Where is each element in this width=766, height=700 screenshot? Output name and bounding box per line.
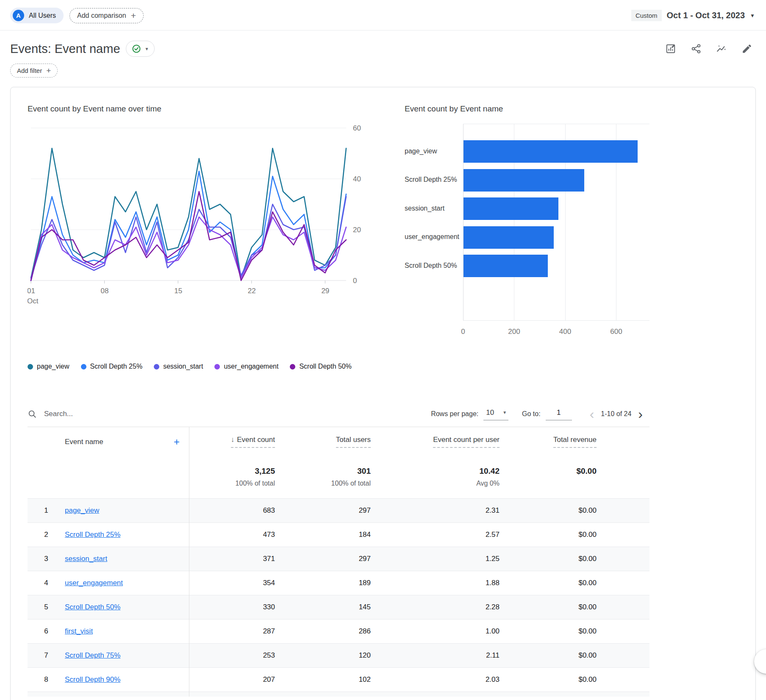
top-bar: A All Users Add comparison + Custom Oct … — [0, 0, 766, 30]
event-name-link[interactable]: Scroll Depth 25% — [65, 531, 120, 539]
customize-report-icon[interactable] — [665, 43, 676, 54]
total-revenue-cell: $0.00 — [500, 531, 597, 539]
bar-category-label: Scroll Depth 25% — [405, 169, 461, 191]
all-users-chip[interactable]: A All Users — [10, 8, 64, 23]
event-name-link[interactable]: user_engagement — [65, 579, 123, 587]
event-name-link[interactable]: Scroll Depth 90% — [65, 675, 120, 683]
check-circle-icon — [132, 44, 141, 53]
column-header-total-revenue[interactable]: Total revenue — [553, 436, 597, 448]
legend-label: Scroll Depth 50% — [299, 363, 352, 370]
legend-item: Scroll Depth 50% — [290, 363, 352, 370]
share-icon[interactable] — [691, 43, 702, 54]
total-revenue-cell: $0.00 — [500, 603, 597, 611]
search-box[interactable] — [28, 409, 431, 419]
legend-label: page_view — [37, 363, 69, 370]
event-count-per-user-cell: 2.31 — [371, 506, 500, 515]
event-count-per-user-cell: 2.57 — [371, 531, 500, 539]
pagination-range: 1-10 of 24 — [601, 410, 631, 418]
edit-icon[interactable] — [741, 43, 752, 54]
svg-text:Oct: Oct — [28, 297, 39, 305]
insights-icon[interactable] — [716, 43, 727, 54]
report-card: Event count by Event name over time 6040… — [10, 87, 756, 700]
add-filter-button[interactable]: Add filter + — [10, 64, 58, 78]
legend-dot-icon — [154, 364, 159, 369]
bar-chart-x-axis: 0200400600 — [463, 321, 649, 341]
row-number: 2 — [28, 531, 65, 539]
legend-item: page_view — [28, 363, 69, 370]
event-name-cell: Scroll Depth 90% — [65, 675, 189, 684]
column-header-event-count[interactable]: ↓ Event count — [231, 436, 275, 448]
column-header-total-users[interactable]: Total users — [336, 436, 371, 448]
bar — [463, 140, 638, 163]
event-name-cell: Scroll Depth 75% — [65, 651, 189, 660]
column-header-event-name[interactable]: Event name — [65, 438, 103, 446]
total-revenue-cell: $0.00 — [500, 675, 597, 684]
goto-page-input[interactable] — [546, 408, 572, 420]
event-count-per-user-cell: 1.25 — [371, 555, 500, 563]
events-table: Event name + ↓ Event count Total users E… — [28, 427, 649, 697]
search-icon — [28, 409, 37, 419]
event-name-link[interactable]: page_view — [65, 506, 99, 514]
table-row: 6first_visit2872861.00$0.00 — [28, 619, 649, 643]
x-axis-tick-label: 200 — [508, 328, 520, 336]
svg-text:0: 0 — [353, 277, 357, 285]
svg-text:22: 22 — [248, 287, 256, 295]
search-input[interactable] — [43, 409, 221, 419]
legend-item: session_start — [154, 363, 203, 370]
total-users: 301 — [275, 467, 371, 476]
event-name-link[interactable]: first_visit — [65, 627, 93, 635]
event-count-per-user-cell: 2.03 — [371, 675, 500, 684]
row-number: 5 — [28, 603, 65, 611]
chevron-left-icon[interactable]: ‹ — [583, 410, 601, 418]
event-count-cell: 330 — [189, 603, 275, 611]
column-divider — [189, 427, 189, 697]
date-range-picker[interactable]: Custom Oct 1 - Oct 31, 2023 ▼ — [631, 10, 755, 21]
total-users-cell: 297 — [275, 555, 371, 563]
bar — [463, 255, 548, 277]
chart-legend: page_viewScroll Depth 25%session_startus… — [28, 363, 399, 370]
event-name-cell: page_view — [65, 506, 189, 515]
total-users-cell: 286 — [275, 627, 371, 636]
avatar: A — [13, 10, 24, 21]
add-column-plus-icon[interactable]: + — [174, 438, 180, 446]
total-users-cell: 145 — [275, 603, 371, 611]
row-number: 3 — [28, 555, 65, 563]
legend-dot-icon — [290, 364, 295, 369]
chevron-down-icon: ▼ — [750, 13, 755, 19]
total-event-count: 3,125 — [189, 467, 275, 476]
chevron-right-icon[interactable]: › — [631, 410, 649, 418]
report-data-quality-pill[interactable]: ▼ — [126, 41, 155, 57]
table-row: 4user_engagement3541891.88$0.00 — [28, 571, 649, 595]
bar-category-label: page_view — [405, 140, 461, 162]
svg-text:20: 20 — [353, 226, 361, 234]
svg-text:29: 29 — [321, 287, 329, 295]
sort-descending-icon: ↓ — [231, 436, 235, 444]
bar — [463, 226, 554, 249]
event-name-link[interactable]: Scroll Depth 75% — [65, 651, 120, 659]
total-revenue-cell: $0.00 — [500, 555, 597, 563]
insights-fab[interactable] — [754, 649, 766, 674]
rows-per-page-select[interactable]: 10 ▼ — [483, 408, 508, 420]
legend-label: user_engagement — [224, 363, 278, 370]
date-range-type-badge: Custom — [631, 10, 662, 21]
event-count-cell: 253 — [189, 651, 275, 660]
table-row: 7Scroll Depth 75%2531202.11$0.00 — [28, 643, 649, 667]
event-name-link[interactable]: Scroll Depth 50% — [65, 603, 120, 611]
row-number: 4 — [28, 579, 65, 587]
total-users-sub: 100% of total — [275, 480, 371, 487]
total-revenue-cell: $0.00 — [500, 627, 597, 636]
event-name-link[interactable]: session_start — [65, 555, 107, 563]
date-range-value: Oct 1 - Oct 31, 2023 — [667, 11, 745, 20]
total-users-cell: 120 — [275, 651, 371, 660]
add-comparison-button[interactable]: Add comparison + — [69, 8, 144, 23]
total-per-user: 10.42 — [371, 467, 500, 476]
event-count-per-user-cell: 1.00 — [371, 627, 500, 636]
plus-icon: + — [46, 68, 51, 74]
table-row: 2Scroll Depth 25%4731842.57$0.00 — [28, 522, 649, 547]
svg-text:40: 40 — [353, 175, 361, 183]
column-header-event-count-per-user[interactable]: Event count per user — [433, 436, 500, 448]
event-name-cell: session_start — [65, 555, 189, 563]
total-per-user-sub: Avg 0% — [371, 480, 500, 487]
svg-text:60: 60 — [353, 124, 361, 132]
bar-chart-block: Event count by Event name page_viewScrol… — [405, 104, 651, 370]
